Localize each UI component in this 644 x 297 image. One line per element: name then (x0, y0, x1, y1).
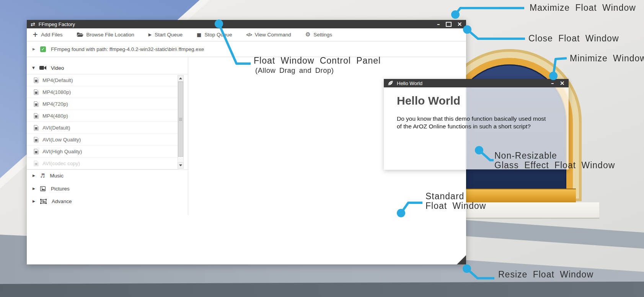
annotation-line: Standard (426, 192, 486, 201)
annotation-close-float-window: Close Float Window (528, 34, 619, 43)
stop-icon: ■ (197, 32, 201, 37)
window-controls: – × (551, 80, 565, 86)
expander-arrow-icon[interactable]: ▶ (33, 48, 35, 51)
list-item[interactable]: MP4(720p) (27, 98, 179, 110)
chevron-right-icon[interactable]: ▶ (33, 200, 35, 203)
maximize-button[interactable] (446, 22, 452, 27)
browse-file-location-button[interactable]: Browse File Location (77, 32, 134, 38)
add-files-button[interactable]: + Add Files (33, 31, 63, 38)
desktop: ⇄ FFmpeg Factory – × + Add Files Browse … (0, 0, 644, 297)
picture-icon (40, 186, 46, 191)
list-item-label: MP4(480p) (42, 113, 68, 119)
annotation-line: (Allow Drag and Drop) (255, 66, 381, 75)
scroll-down-button[interactable] (178, 162, 184, 169)
list-item-label: AVI(High Quality) (42, 149, 82, 154)
annotation-maximize-float-window: Maximize Float Window (530, 3, 636, 13)
file-video-icon (34, 101, 39, 107)
sidebar-divider (188, 57, 188, 215)
leaf-icon (388, 80, 393, 86)
swap-icon: ⇄ (31, 21, 35, 27)
play-icon: ▶ (148, 33, 152, 37)
plus-icon: + (33, 31, 38, 38)
settings-button[interactable]: ⚙ Settings (305, 32, 332, 38)
list-item[interactable]: MP4(480p) (27, 110, 179, 122)
maximize-icon (446, 22, 452, 27)
file-video-icon (34, 161, 39, 166)
object-group-icon (40, 199, 47, 204)
annotation-line: Float Window Control Panel (254, 56, 381, 66)
view-command-label: View Command (255, 32, 291, 38)
annotation-line: Non-Resizable (494, 151, 615, 161)
file-video-icon (34, 125, 39, 131)
list-item-label: AVI(codec copy) (42, 161, 80, 166)
list-item[interactable]: AVI(Low Quality) (27, 134, 179, 146)
window-controls: – × (437, 21, 462, 27)
file-video-icon (34, 149, 39, 154)
checkmark: ✓ (41, 47, 45, 51)
hello-world-text-line: Do you know that this demo function basi… (397, 115, 569, 123)
chevron-down-icon[interactable]: ▼ (32, 66, 35, 70)
list-item-label: MP4(1080p) (42, 89, 71, 95)
list-item-label: AVI(Default) (42, 125, 70, 131)
folder-open-icon (77, 32, 83, 37)
stop-queue-label: Stop Queue (204, 32, 232, 38)
scrollbar-thumb[interactable] (178, 82, 183, 157)
start-queue-label: Start Queue (155, 32, 183, 38)
list-item[interactable]: AVI(High Quality) (27, 146, 179, 158)
scroll-up-button[interactable] (178, 75, 184, 82)
annotation-standard-float-window: Standard Float Window (426, 192, 486, 211)
scroll-up-icon (179, 77, 182, 79)
hello-world-titlebar[interactable]: Hello World – × (384, 79, 569, 87)
file-video-icon (34, 113, 39, 119)
ffmpeg-toolbar: + Add Files Browse File Location ▶ Start… (27, 28, 466, 41)
check-icon: ✓ (40, 46, 46, 52)
list-item-partial[interactable] (27, 169, 179, 170)
close-button[interactable]: × (560, 80, 565, 86)
tree-section-video-label: Video (51, 65, 64, 71)
resize-handle[interactable] (457, 255, 466, 264)
browse-file-location-label: Browse File Location (86, 32, 134, 38)
start-queue-button[interactable]: ▶ Start Queue (148, 32, 183, 38)
tree-section-pictures-label: Pictures (51, 186, 70, 192)
tree-section-music[interactable]: ▶ ♬ Music (33, 170, 64, 181)
list-item-label: MP4(Default) (42, 77, 73, 83)
chevron-right-icon[interactable]: ▶ (33, 187, 35, 190)
close-button[interactable]: × (457, 21, 462, 27)
hello-world-text-line: of the ArOZ Online functions in such a s… (397, 123, 569, 130)
list-item[interactable]: MP4(1080p) (27, 86, 179, 98)
window-title: FFmpeg Factory (39, 21, 75, 27)
tree-section-advance[interactable]: ▶ Advance (33, 196, 72, 207)
ffmpeg-titlebar[interactable]: ⇄ FFmpeg Factory – × (27, 20, 466, 28)
minimize-button[interactable]: – (551, 80, 554, 86)
tree-section-video[interactable]: ▼ Video (32, 62, 64, 73)
scrollbar-grip-icon (179, 118, 182, 121)
minimize-button[interactable]: – (437, 21, 440, 27)
ffmpeg-status-row[interactable]: ▶ ✓ FFmpeg found with path: ffmpeg-4.0.2… (27, 41, 466, 57)
window-title: Hello World (397, 80, 422, 86)
annotation-minimize-window: Minimize Window (570, 54, 644, 63)
scroll-down-icon (179, 164, 182, 166)
annotation-resize-float-window: Resize Float Window (498, 270, 593, 279)
file-video-icon (34, 77, 39, 83)
chevron-right-icon[interactable]: ▶ (33, 174, 35, 177)
status-text: FFmpeg found with path: ffmpeg-4.0.2-win… (51, 46, 204, 52)
list-item[interactable]: MP4(Default) (27, 74, 179, 86)
list-item[interactable]: AVI(Default) (27, 122, 179, 134)
preset-list: MP4(Default) MP4(1080p) MP4(720p) MP4(48… (27, 74, 188, 170)
annotation-line: Float Window (426, 201, 486, 211)
add-files-label: Add Files (41, 32, 62, 38)
list-item-disabled: AVI(codec copy) (27, 158, 179, 169)
video-camera-icon (39, 66, 46, 70)
gear-icon: ⚙ (305, 32, 310, 38)
file-video-icon (34, 137, 39, 143)
tree-section-pictures[interactable]: ▶ Pictures (33, 183, 70, 194)
view-command-button[interactable]: </> View Command (246, 32, 291, 38)
list-scrollbar[interactable] (178, 75, 184, 169)
settings-label: Settings (313, 32, 332, 38)
hello-world-heading: Hello World (397, 94, 569, 107)
stop-queue-button[interactable]: ■ Stop Queue (197, 32, 232, 38)
scrollbar-track[interactable] (178, 82, 184, 162)
music-icon: ♬ (40, 173, 45, 178)
annotation-float-window-control-panel: Float Window Control Panel (Allow Drag a… (254, 56, 381, 75)
code-icon: </> (246, 32, 251, 38)
